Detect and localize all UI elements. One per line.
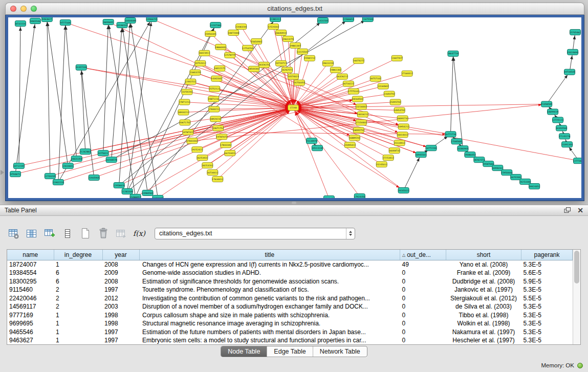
graph-node[interactable]: 12442512 xyxy=(185,79,196,84)
graph-node[interactable]: 9463627 xyxy=(41,17,52,21)
graph-node[interactable]: 17833342 xyxy=(220,142,231,148)
graph-node[interactable]: 19245022 xyxy=(398,188,409,193)
graph-node[interactable]: 15488457 xyxy=(129,194,141,198)
graph-node[interactable]: 16262572 xyxy=(281,67,293,73)
column-header[interactable]: in_degree xyxy=(54,250,102,260)
close-panel-icon[interactable]: ✕ xyxy=(577,207,583,214)
create-column-icon[interactable] xyxy=(42,226,57,241)
graph-node[interactable]: 14342042 xyxy=(211,76,222,81)
graph-node[interactable]: 11607427 xyxy=(391,55,402,61)
table-scrollbar[interactable] xyxy=(573,250,580,344)
graph-node[interactable]: 12578775 xyxy=(224,52,235,58)
graph-node[interactable]: 15134912 xyxy=(394,140,405,146)
graph-node[interactable]: 22083204 xyxy=(235,24,247,29)
graph-node[interactable]: 17924350 xyxy=(354,194,365,198)
graph-node[interactable]: 19861307 xyxy=(290,42,301,48)
graph-node[interactable]: 12610651 xyxy=(62,163,74,169)
graph-node[interactable]: 20631354 xyxy=(71,156,82,162)
graph-node[interactable]: 10954212 xyxy=(398,124,409,129)
column-header[interactable]: pagerank xyxy=(521,250,573,260)
graph-node[interactable]: 18920232 xyxy=(210,116,221,122)
panel-collapse-arrow[interactable] xyxy=(1,170,4,175)
graph-node[interactable]: 14954702 xyxy=(394,107,405,113)
graph-node[interactable]: 10984565 xyxy=(142,190,153,196)
table-select-dropdown[interactable]: citations_edges.txt xyxy=(155,228,355,239)
graph-node[interactable]: 15745462 xyxy=(570,29,581,35)
graph-node[interactable]: 24752012 xyxy=(194,60,206,66)
table-row[interactable]: 946362711997Embryonic stem cells: a mode… xyxy=(7,336,573,345)
tab-node-table[interactable]: Node Table xyxy=(221,346,267,357)
graph-node[interactable]: 14699419 xyxy=(547,109,558,115)
table-mode-icon[interactable] xyxy=(6,226,21,241)
graph-node[interactable]: 16326212 xyxy=(337,74,348,79)
graph-node[interactable]: 11566654 xyxy=(343,17,354,21)
graph-node[interactable]: 11675500 xyxy=(362,17,374,21)
graph-node[interactable]: 19871232 xyxy=(208,96,219,102)
graph-node[interactable]: 16074272 xyxy=(353,58,364,63)
graph-node[interactable]: 19787072 xyxy=(216,134,227,140)
graph-node[interactable]: 20671702 xyxy=(179,120,190,125)
show-columns-icon[interactable] xyxy=(24,226,39,241)
graph-node[interactable]: 17154402 xyxy=(356,120,367,125)
graph-node[interactable]: 18164502 xyxy=(352,96,363,102)
graph-node[interactable]: 19613220 xyxy=(322,60,334,66)
table-row[interactable]: 946554611997Estimation of the future num… xyxy=(7,328,573,337)
graph-node[interactable]: 18253202 xyxy=(202,163,213,168)
graph-node[interactable]: 15245012 xyxy=(376,162,387,167)
graph-node[interactable]: 9699695 xyxy=(103,19,114,25)
graph-node[interactable]: 19734545 xyxy=(564,69,575,75)
panel-resize-handle[interactable] xyxy=(292,202,296,204)
graph-node[interactable]: 18647734 xyxy=(447,51,459,56)
new-table-icon[interactable] xyxy=(78,226,93,241)
graph-node[interactable]: 16640910 xyxy=(275,30,287,35)
graph-node[interactable]: 17135278 xyxy=(559,134,570,139)
graph-node[interactable]: 24861302 xyxy=(330,67,341,73)
graph-node[interactable]: 13254202 xyxy=(181,89,192,95)
graph-node[interactable]: 17164412 xyxy=(401,71,412,76)
graph-node[interactable]: 19086053 xyxy=(464,152,475,158)
graph-node[interactable]: 14787022 xyxy=(182,129,193,135)
delete-table-icon[interactable] xyxy=(96,226,111,241)
graph-node[interactable]: 18757102 xyxy=(370,76,381,81)
graph-node[interactable]: 9794871 xyxy=(10,171,20,177)
graph-node[interactable]: 11743205 xyxy=(45,173,56,179)
graph-node[interactable]: 10966255 xyxy=(146,17,157,21)
table-row[interactable]: 1938455462009Genome-wide association stu… xyxy=(7,269,573,277)
graph-node[interactable]: 21905905 xyxy=(89,175,100,181)
graph-node[interactable]: 18495752 xyxy=(353,127,364,133)
graph-node[interactable]: 15495702 xyxy=(390,99,401,105)
graph-node[interactable]: 9275011 xyxy=(98,150,108,156)
graph-node[interactable]: 16344560 xyxy=(556,125,567,131)
graph-node[interactable]: 10712197 xyxy=(13,163,25,169)
graph-node[interactable]: 13164602 xyxy=(378,83,389,89)
graph-node[interactable]: 12958620 xyxy=(113,183,124,188)
graph-node[interactable]: 11381111 xyxy=(270,17,281,21)
network-view[interactable]: 1724087321549465546946362797771699699695… xyxy=(8,17,581,198)
table-row[interactable]: 911546021997Tourette syndrome. Phenomeno… xyxy=(7,286,573,294)
graph-node[interactable]: 16772734 xyxy=(445,132,456,137)
column-header[interactable]: △out_de... xyxy=(400,250,446,260)
column-header[interactable]: short xyxy=(446,250,521,260)
graph-node[interactable]: 16016212 xyxy=(357,112,368,117)
table-row[interactable]: 977716911998Corpus callosum shape and si… xyxy=(7,311,573,320)
column-header[interactable]: year xyxy=(102,250,139,260)
graph-node[interactable]: 16023411 xyxy=(199,50,210,56)
graph-node[interactable]: 17833302 xyxy=(186,138,198,144)
graph-node[interactable]: 16253422 xyxy=(224,150,235,156)
graph-node[interactable]: 20357209 xyxy=(76,64,87,70)
graph-node[interactable]: 20720717 xyxy=(275,60,287,66)
graph-node[interactable]: 10671752 xyxy=(212,125,224,131)
graph-node[interactable]: 17775142 xyxy=(348,89,359,94)
graph-node[interactable]: 18660442 xyxy=(215,44,226,50)
graph-node[interactable]: 21902233 xyxy=(53,180,64,185)
graph-node[interactable]: 9465546 xyxy=(30,18,40,24)
graph-node[interactable]: 16014012 xyxy=(397,132,408,138)
graph-node[interactable]: 11431505 xyxy=(317,17,329,23)
graph-node[interactable]: 24750355 xyxy=(294,80,305,85)
graph-center-node[interactable]: 17240 xyxy=(288,105,299,111)
graph-node[interactable]: 15358585 xyxy=(541,101,552,107)
graph-node[interactable]: 16012172 xyxy=(214,65,225,71)
table-row[interactable]: 2242004622012Investigating the contribut… xyxy=(7,294,573,303)
network-canvas[interactable]: 1724087321549465546946362797771699699695… xyxy=(8,17,581,198)
graph-node[interactable]: 18544302 xyxy=(248,66,259,72)
